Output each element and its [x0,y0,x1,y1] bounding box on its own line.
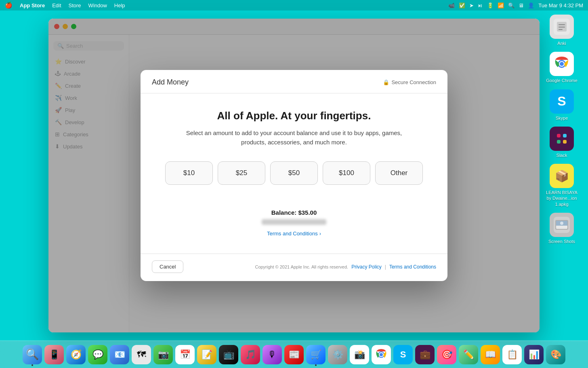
edit-menu[interactable]: Edit [52,2,61,8]
footer-separator: | [385,264,386,270]
dock-pencil[interactable]: ✏️ [459,345,478,364]
dock: 🔍 📱 🧭 💬 📧 🗺 📷 📅 [0,341,588,368]
modal-overlay: Add Money 🔒 Secure Connection All of App… [48,19,540,332]
amount-other-button[interactable]: Other [375,161,423,185]
secure-label: Secure Connection [391,79,436,85]
clock: Tue Mar 9 4:32 PM [538,2,583,8]
dock-tv[interactable]: 📺 [219,345,238,364]
cancel-button[interactable]: Cancel [152,260,183,273]
terms-conditions-link[interactable]: Terms and Conditions › [152,231,436,237]
skype-icon[interactable]: S Skype [550,89,574,121]
amount-50-button[interactable]: $50 [270,161,318,185]
help-menu[interactable]: Help [114,2,125,8]
control-center-icon[interactable]: 🖥 [519,2,524,8]
modal-body: All of Apple. At your fingertips. Select… [141,93,447,254]
slack-label: Slack [556,152,567,158]
svg-rect-2 [559,24,565,25]
svg-rect-4 [559,29,563,30]
modal-footer: Cancel Copyright © 2021 Apple Inc. All r… [141,254,447,281]
dock-launchpad[interactable]: 📱 [44,345,64,364]
dock-music[interactable]: 🎵 [241,345,260,364]
svg-rect-9 [557,134,561,137]
dock-notes[interactable]: 📝 [197,345,216,364]
apkg-label: LEARN BISAYA by Dwaine...ion 1.apkg [546,190,578,207]
dock-slack[interactable]: 💼 [415,345,435,364]
copyright-text: Copyright © 2021 Apple Inc. All rights r… [255,264,348,269]
dock-photos[interactable]: 📸 [350,345,369,364]
screenshots-icon[interactable]: Screen Shots [548,213,575,244]
add-money-modal: Add Money 🔒 Secure Connection All of App… [141,70,447,281]
anki-label: Anki [557,40,566,46]
amount-buttons: $10 $25 $50 $100 Other [152,161,436,185]
slack-icon[interactable]: Slack [550,127,574,158]
footer-terms-link[interactable]: Terms and Conditions [389,264,436,270]
apkg-icon[interactable]: 📦 LEARN BISAYA by Dwaine...ion 1.apkg [546,164,578,207]
balance-masked [262,219,326,225]
amount-100-button[interactable]: $100 [323,161,370,185]
user-icon[interactable]: 👤 [528,2,534,8]
dock-news[interactable]: 📰 [284,345,304,364]
dock-skype[interactable]: S [393,345,413,364]
window-menu[interactable]: Window [88,2,107,8]
svg-point-17 [560,222,563,225]
dock-reminders[interactable]: 📋 [502,345,522,364]
modal-subtext: Select an amount to add to your account … [173,129,415,147]
amount-10-button[interactable]: $10 [165,161,213,185]
menubar: 🍎 App Store Edit Store Window Help 📹 ✅ ➤… [0,0,588,11]
balance-section: Balance: $35.00 Terms and Conditions › [152,209,436,237]
dock-mail[interactable]: 📧 [110,345,129,364]
dock-dot-appstore [315,364,317,366]
anki-icon[interactable]: Anki [550,15,574,46]
apple-menu[interactable]: 🍎 [5,2,13,9]
chevron-right-icon: › [319,231,321,237]
dock-calendar[interactable]: 📅 [175,345,195,364]
balance-text: Balance: $35.00 [152,209,436,216]
dock-settings[interactable]: ⚙️ [328,345,347,364]
terms-label: Terms and Conditions [267,231,318,237]
dock-dot-finder [32,364,33,366]
desktop-icons: Anki Google Chrome S Skype [544,11,580,341]
play-icon[interactable]: ⏯ [478,2,483,8]
desktop: 🔍 Search ⭐ Discover 🕹 Arcade ✏️ Create ✈… [0,11,588,341]
svg-rect-3 [559,27,565,27]
svg-point-8 [560,62,564,66]
battery-icon[interactable]: 🔋 [487,2,494,8]
dock-finder[interactable]: 🔍 [23,345,42,364]
check-icon[interactable]: ✅ [459,2,465,8]
camera-icon[interactable]: 📹 [448,2,455,8]
menubar-right: 📹 ✅ ➤ ⏯ 🔋 📶 🔍 🖥 👤 Tue Mar 9 4:32 PM [448,2,583,8]
lock-icon: 🔒 [383,79,389,85]
search-icon[interactable]: 🔍 [508,2,514,8]
wifi-icon[interactable]: 📶 [498,2,504,8]
screenshots-label: Screen Shots [548,239,575,244]
modal-header: Add Money 🔒 Secure Connection [141,70,447,87]
dock-dictionary[interactable]: 📖 [481,345,500,364]
dock-appstore[interactable]: 🛒 [306,345,326,364]
amount-25-button[interactable]: $25 [218,161,265,185]
svg-rect-12 [563,140,567,144]
dock-dashboard[interactable]: 📊 [524,345,544,364]
svg-rect-10 [563,134,567,137]
svg-point-21 [380,353,383,356]
appstore-window: 🔍 Search ⭐ Discover 🕹 Arcade ✏️ Create ✈… [48,19,540,332]
dock-safari[interactable]: 🧭 [66,345,86,364]
dock-facetime[interactable]: 📷 [153,345,173,364]
store-menu[interactable]: Store [69,2,81,8]
dock-chrome[interactable] [372,345,391,364]
dock-messages[interactable]: 💬 [88,345,107,364]
modal-headline: All of Apple. At your fingertips. [152,110,436,122]
dock-podcasts[interactable]: 🎙 [262,345,282,364]
app-store-menu[interactable]: App Store [20,2,45,8]
menubar-left: 🍎 App Store Edit Store Window Help [5,2,125,9]
skype-label: Skype [556,115,568,121]
svg-rect-11 [557,140,561,144]
chrome-label: Google Chrome [546,78,578,83]
dock-pastel[interactable]: 🎯 [437,345,456,364]
footer-links: Copyright © 2021 Apple Inc. All rights r… [255,264,436,270]
dock-canva[interactable]: 🎨 [546,345,565,364]
privacy-policy-link[interactable]: Privacy Policy [351,264,382,270]
arrow-icon[interactable]: ➤ [469,2,474,8]
modal-title: Add Money [152,78,189,87]
chrome-icon[interactable]: Google Chrome [546,52,578,83]
dock-maps[interactable]: 🗺 [132,345,151,364]
